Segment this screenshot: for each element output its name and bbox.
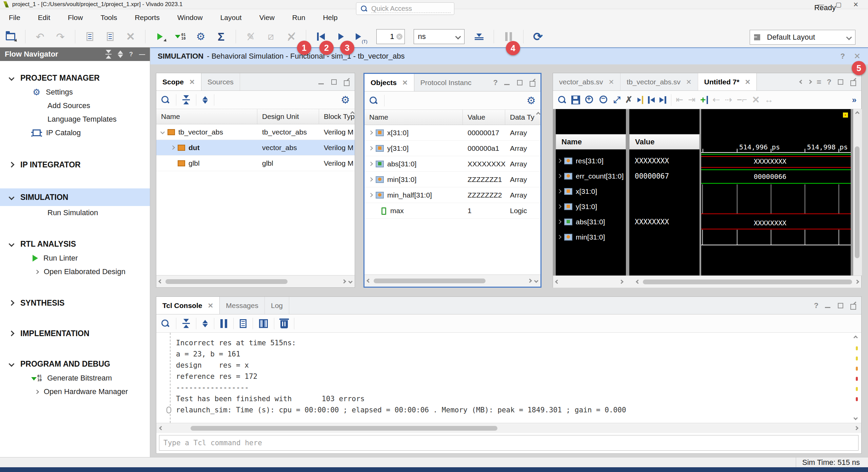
scroll-down-icon[interactable] <box>534 279 538 283</box>
sim-step-button[interactable] <box>473 29 485 44</box>
table-row[interactable]: y[31:0] 000000a1 Array <box>364 141 540 156</box>
table-row[interactable]: abs[31:0] XXXXXXXX Array <box>364 156 540 172</box>
table-row-selected[interactable]: dut vector_abs Verilog M <box>156 140 355 156</box>
scrollbar-thumb[interactable] <box>855 146 860 258</box>
wave-hscrollbar[interactable] <box>553 275 861 288</box>
help-icon[interactable]: ? <box>840 52 845 61</box>
tab-scroll-left-icon[interactable] <box>799 80 804 84</box>
column-design-unit[interactable]: Design Unit <box>257 109 319 124</box>
chevron-right-icon[interactable] <box>557 159 561 163</box>
nav-item-run-linter[interactable]: Run Linter <box>0 251 150 265</box>
nav-item-run-simulation[interactable]: Run Simulation <box>0 206 150 220</box>
menu-layout[interactable]: Layout <box>212 11 251 24</box>
redo-button[interactable]: ↷ <box>55 29 66 44</box>
nav-item-language-templates[interactable]: Language Templates <box>0 112 150 126</box>
chevron-right-icon[interactable] <box>369 162 373 166</box>
scope-hscrollbar[interactable] <box>156 275 355 287</box>
menu-reports[interactable]: Reports <box>126 11 169 24</box>
float-icon[interactable] <box>850 302 857 309</box>
nav-section-project-manager[interactable]: PROJECT MANAGER <box>0 70 150 85</box>
minimize-icon[interactable] <box>503 79 511 86</box>
maximize-icon[interactable] <box>837 78 844 86</box>
help-icon[interactable]: ? <box>493 78 498 87</box>
tab-scope[interactable]: Scope ✕ <box>156 73 201 90</box>
float-icon[interactable] <box>850 78 857 86</box>
chevron-down-icon[interactable] <box>160 130 165 134</box>
wave-signal-row[interactable]: min[31:0] <box>556 229 626 245</box>
menu-run[interactable]: Run <box>283 11 314 24</box>
nav-section-simulation[interactable]: SIMULATION <box>0 188 150 206</box>
scrollbar-thumb[interactable] <box>191 426 497 431</box>
report-summary-button[interactable]: Σ <box>215 29 227 44</box>
collapse-all-icon[interactable] <box>182 95 190 104</box>
zoom-in-icon[interactable] <box>585 95 594 105</box>
scrollbar-thumb[interactable] <box>165 279 288 284</box>
scroll-left-icon[interactable] <box>367 279 371 283</box>
close-icon[interactable]: ✕ <box>745 79 751 85</box>
window-close-icon[interactable]: ✕ <box>853 1 859 8</box>
wave-value-header[interactable]: Value <box>629 134 699 149</box>
pause-output-icon[interactable] <box>220 319 227 328</box>
scroll-left-icon[interactable] <box>158 279 163 284</box>
nav-item-generate-bitstream[interactable]: 0110 Generate Bitstream <box>0 371 150 385</box>
menu-file[interactable]: File <box>0 11 29 24</box>
undo-button[interactable]: ↶ <box>34 29 46 44</box>
scroll-down-icon[interactable] <box>853 416 858 420</box>
maximize-icon[interactable] <box>330 78 338 86</box>
tab-messages[interactable]: Messages <box>220 297 265 314</box>
paste-button[interactable] <box>104 29 116 44</box>
wave-signal-row[interactable]: abs[31:0] <box>556 214 626 229</box>
console-hscrollbar[interactable] <box>156 423 861 433</box>
maximize-icon[interactable] <box>516 79 524 86</box>
sim-time-input[interactable] <box>381 32 394 41</box>
wave-vscrollbar[interactable] <box>853 109 862 275</box>
scrollbar-thumb[interactable] <box>643 280 852 284</box>
nav-item-ip-catalog[interactable]: IP Catalog <box>0 126 150 140</box>
collapse-all-icon[interactable] <box>182 319 190 328</box>
nav-item-add-sources[interactable]: Add Sources <box>0 99 150 112</box>
window-maximize-icon[interactable]: ▢ <box>835 1 842 8</box>
settings-button[interactable]: ⚙ <box>195 29 206 44</box>
wave-name-header[interactable]: Name <box>556 134 626 149</box>
sim-time-unit-select[interactable]: ns <box>414 29 465 44</box>
wave-signal-row[interactable]: y[31:0] <box>556 199 626 214</box>
nav-section-implementation[interactable]: IMPLEMENTATION <box>0 326 150 341</box>
error-mark[interactable] <box>856 377 858 381</box>
error-mark[interactable] <box>856 397 858 401</box>
column-name[interactable]: Name <box>156 109 257 124</box>
sim-relaunch-button[interactable]: ⟳ <box>532 29 544 44</box>
zoom-out-icon[interactable] <box>599 95 609 105</box>
quick-access-search[interactable]: Quick Access <box>356 2 454 15</box>
nav-item-settings[interactable]: ⚙ Settings <box>0 85 150 99</box>
warning-mark[interactable] <box>856 346 858 350</box>
minimize-icon[interactable] <box>317 78 325 86</box>
column-value[interactable]: Value <box>463 110 505 125</box>
search-icon[interactable] <box>161 319 170 328</box>
sim-time-field[interactable]: ✕ <box>376 29 405 44</box>
minimize-icon[interactable] <box>824 302 831 309</box>
chevron-right-icon[interactable] <box>557 189 561 193</box>
chevron-right-icon[interactable] <box>557 235 561 239</box>
zoom-fit-icon[interactable]: ⤢ <box>613 95 620 105</box>
table-row[interactable]: x[31:0] 00000017 Array <box>364 125 540 141</box>
search-icon[interactable] <box>369 96 378 105</box>
scroll-right-icon[interactable] <box>854 426 859 430</box>
chevron-right-icon[interactable] <box>369 130 373 135</box>
menu-tools[interactable]: Tools <box>92 11 126 24</box>
close-icon[interactable]: ✕ <box>402 79 408 86</box>
collapse-all-icon[interactable] <box>105 50 112 59</box>
wave-canvas[interactable]: ▪ 514,996 ps 514,998 ps XXXXXXXX 0000006… <box>701 109 851 275</box>
menu-view[interactable]: View <box>251 11 283 24</box>
close-icon[interactable]: ✕ <box>854 52 861 60</box>
sim-run-for-time-button[interactable]: (T) <box>356 29 368 44</box>
tab-sources[interactable]: Sources <box>201 73 240 90</box>
scroll-right-icon[interactable] <box>528 279 532 283</box>
chevron-right-icon[interactable] <box>557 174 561 178</box>
wave-signal-row[interactable]: err_count[31:0] <box>556 168 626 184</box>
tab-objects[interactable]: Objects ✕ <box>364 74 414 91</box>
tab-vector-abs-sv[interactable]: vector_abs.sv✕ <box>553 73 620 90</box>
tcl-command-inputbox[interactable] <box>159 435 859 451</box>
tab-tb-vector-abs-sv[interactable]: tb_vector_abs.sv✕ <box>620 73 698 90</box>
nav-section-ip-integrator[interactable]: IP INTEGRATOR <box>0 157 150 172</box>
run-button[interactable] <box>154 29 166 44</box>
